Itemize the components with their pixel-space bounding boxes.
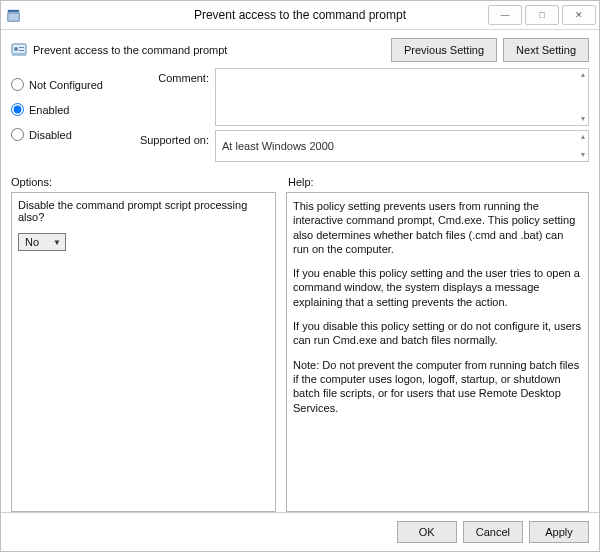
footer: OK Cancel Apply <box>1 512 599 551</box>
radio-enabled-input[interactable] <box>11 103 24 116</box>
comment-textarea[interactable]: ▴ ▾ <box>215 68 589 126</box>
svg-rect-1 <box>8 13 19 21</box>
minimize-button[interactable]: — <box>488 5 522 25</box>
dialog-window: Prevent access to the command prompt — □… <box>0 0 600 552</box>
state-radio-group: Not Configured Enabled Disabled <box>11 68 121 162</box>
maximize-button[interactable]: □ <box>525 5 559 25</box>
options-question: Disable the command prompt script proces… <box>18 199 269 223</box>
svg-point-4 <box>14 47 18 51</box>
scroll-up-icon: ▴ <box>581 71 585 79</box>
nav-buttons: Previous Setting Next Setting <box>391 38 589 62</box>
svg-rect-5 <box>19 47 24 48</box>
help-paragraph: If you enable this policy setting and th… <box>293 266 582 309</box>
supported-value: At least Windows 2000 <box>222 140 334 152</box>
radio-enabled[interactable]: Enabled <box>11 103 121 116</box>
svg-rect-3 <box>12 54 26 56</box>
maximize-icon: □ <box>539 11 544 20</box>
svg-rect-0 <box>8 9 19 11</box>
policy-icon <box>11 42 27 58</box>
options-heading: Options: <box>11 176 276 188</box>
next-setting-button[interactable]: Next Setting <box>503 38 589 62</box>
radio-disabled-input[interactable] <box>11 128 24 141</box>
close-icon: ✕ <box>575 11 583 20</box>
panels: Disable the command prompt script proces… <box>1 188 599 512</box>
help-heading: Help: <box>276 176 589 188</box>
supported-label: Supported on: <box>121 130 211 146</box>
previous-setting-button[interactable]: Previous Setting <box>391 38 497 62</box>
chevron-down-icon: ▼ <box>53 238 61 247</box>
supported-textbox: ▴ ▾ At least Windows 2000 <box>215 130 589 162</box>
dropdown-value: No <box>25 236 39 248</box>
header-row: Prevent access to the command prompt Pre… <box>1 30 599 68</box>
options-panel: Disable the command prompt script proces… <box>11 192 276 512</box>
policy-title: Prevent access to the command prompt <box>33 44 227 56</box>
scroll-down-icon: ▾ <box>581 115 585 123</box>
comment-label: Comment: <box>121 68 211 84</box>
help-panel: This policy setting prevents users from … <box>286 192 589 512</box>
radio-enabled-label: Enabled <box>29 104 69 116</box>
apply-button[interactable]: Apply <box>529 521 589 543</box>
svg-rect-6 <box>19 50 24 51</box>
comment-value <box>216 69 588 77</box>
help-paragraph: This policy setting prevents users from … <box>293 199 582 256</box>
meta-column: Comment: ▴ ▾ Supported on: ▴ ▾ At least … <box>121 68 589 162</box>
app-icon <box>7 9 20 22</box>
radio-not-configured-input[interactable] <box>11 78 24 91</box>
window-controls: — □ ✕ <box>488 1 599 29</box>
radio-not-configured[interactable]: Not Configured <box>11 78 121 91</box>
help-paragraph: Note: Do not prevent the computer from r… <box>293 358 582 415</box>
cancel-button[interactable]: Cancel <box>463 521 523 543</box>
scroll-down-icon: ▾ <box>581 151 585 159</box>
script-processing-dropdown[interactable]: No ▼ <box>18 233 66 251</box>
titlebar: Prevent access to the command prompt — □… <box>1 1 599 30</box>
help-paragraph: If you disable this policy setting or do… <box>293 319 582 348</box>
ok-button[interactable]: OK <box>397 521 457 543</box>
radio-disabled[interactable]: Disabled <box>11 128 121 141</box>
minimize-icon: — <box>501 11 510 20</box>
close-button[interactable]: ✕ <box>562 5 596 25</box>
radio-not-configured-label: Not Configured <box>29 79 103 91</box>
section-headings: Options: Help: <box>1 176 599 188</box>
config-area: Not Configured Enabled Disabled Comment:… <box>1 68 599 162</box>
radio-disabled-label: Disabled <box>29 129 72 141</box>
scroll-up-icon: ▴ <box>581 133 585 141</box>
